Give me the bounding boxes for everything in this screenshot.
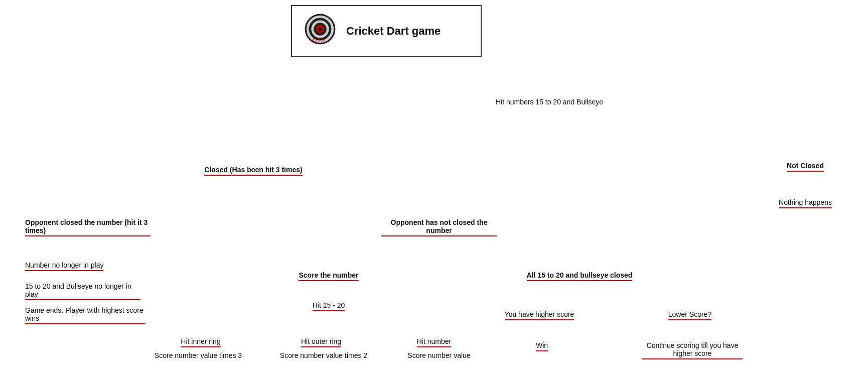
score-value-node: Score number value [401,351,477,359]
all-closed-node: All 15 to 20 and bullseye closed [497,271,662,281]
score-times-3-label: Score number value times 3 [155,351,242,359]
closed-label: Closed (Has been hit 3 times) [204,166,302,176]
hit-inner-ring-label: Hit inner ring [181,337,220,347]
hit-15-20-node: Hit 15 - 20 [288,301,369,311]
continue-scoring-node: Continue scoring till you have higher sc… [642,341,743,359]
nothing-happens-label: Nothing happens [779,198,832,208]
hit-numbers-node: Hit numbers 15 to 20 and Bullseye [472,98,627,106]
root-node: Cricket Dart game [291,5,482,57]
game-ends-label: Game ends. Player with highest score win… [25,306,146,324]
hit-inner-ring-node: Hit inner ring [161,337,241,347]
not-closed-label: Not Closed [787,162,824,172]
lower-score-label: Lower Score? [668,310,711,320]
all-closed-label: All 15 to 20 and bullseye closed [527,271,633,281]
not-closed-node: Not Closed [768,162,843,172]
hit-outer-ring-node: Hit outer ring [281,337,361,347]
lower-score-node: Lower Score? [652,310,728,320]
opponent-not-closed-node: Opponent has not closed the number [381,218,497,236]
you-higher-score-label: You have higher score [505,310,574,320]
score-the-number-node: Score the number [281,271,376,281]
score-times-2-node: Score number value times 2 [278,351,369,359]
win-node: Win [522,341,562,351]
score-times-3-node: Score number value times 3 [153,351,243,359]
dartboard-icon [300,11,340,51]
diagram: Cricket Dart game Hit numbers 15 to 20 a… [0,0,868,30]
nothing-happens-node: Nothing happens [758,198,853,208]
closed-node: Closed (Has been hit 3 times) [171,166,336,176]
svg-point-39 [318,27,322,31]
you-higher-score-node: You have higher score [494,310,585,320]
root-box: Cricket Dart game [291,5,482,57]
hit-number-label: Hit number [417,337,451,347]
score-the-number-label: Score the number [299,271,358,281]
root-title: Cricket Dart game [346,25,441,38]
opponent-not-closed-label: Opponent has not closed the number [381,218,497,236]
hit-number-node: Hit number [401,337,467,347]
game-ends-node: Game ends. Player with highest score win… [25,306,146,324]
hit-numbers-label: Hit numbers 15 to 20 and Bullseye [496,98,603,106]
continue-scoring-label: Continue scoring till you have higher sc… [642,341,743,359]
opponent-closed-node: Opponent closed the number (hit it 3 tim… [25,218,151,236]
bullseye-no-longer-node: 15 to 20 and Bullseye no longer in play [25,282,140,300]
svg-line-44 [325,38,325,43]
score-times-2-label: Score number value times 2 [280,351,367,359]
bullseye-no-longer-label: 15 to 20 and Bullseye no longer in play [25,282,140,300]
number-no-longer-node: Number no longer in play [25,261,140,271]
hit-outer-ring-label: Hit outer ring [301,337,341,347]
number-no-longer-label: Number no longer in play [25,261,103,271]
opponent-closed-label: Opponent closed the number (hit it 3 tim… [25,218,151,236]
score-value-label: Score number value [407,351,470,359]
hit-15-20-label: Hit 15 - 20 [313,301,345,311]
win-label: Win [536,341,548,351]
